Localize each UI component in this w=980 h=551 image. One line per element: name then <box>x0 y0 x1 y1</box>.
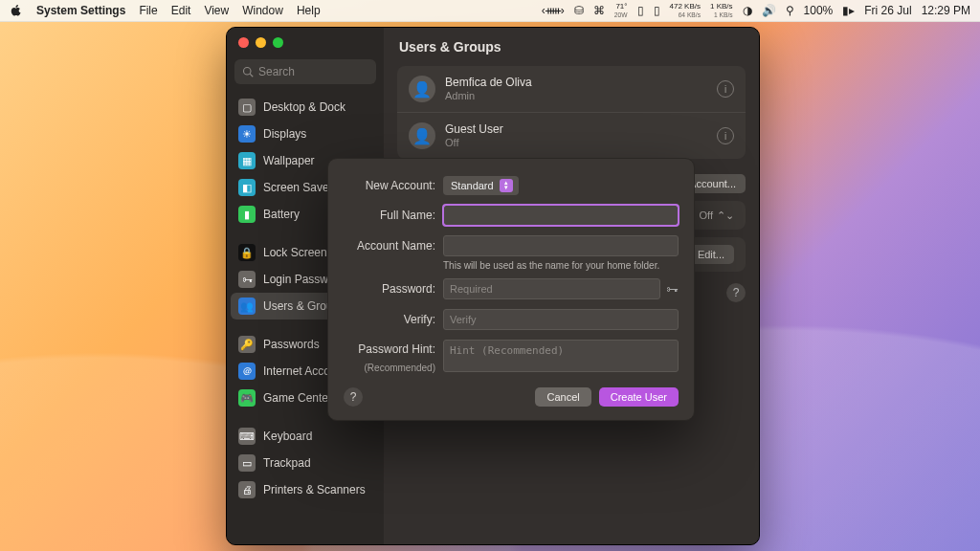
status-icon[interactable]: ▯ <box>637 4 644 17</box>
status-icon[interactable]: ‹ᚔ› <box>542 4 565 17</box>
create-user-sheet: New Account: Standard ▲▼ Full Name: Acco… <box>327 158 695 421</box>
battery-icon[interactable]: ▮▸ <box>842 4 855 17</box>
verify-field[interactable] <box>443 309 679 330</box>
password-label: Password: <box>344 279 443 298</box>
new-account-select[interactable]: Standard ▲▼ <box>443 176 519 195</box>
status-icon[interactable]: ⌘ <box>593 4 605 17</box>
menubar: System Settings File Edit View Window He… <box>0 0 980 22</box>
password-field[interactable] <box>443 278 660 299</box>
sheet-help-button[interactable]: ? <box>344 387 363 407</box>
volume-icon[interactable]: 🔊 <box>762 4 776 17</box>
account-name-field[interactable] <box>443 235 679 256</box>
do-not-disturb-icon[interactable]: ◑ <box>743 4 752 17</box>
menu-view[interactable]: View <box>204 4 229 17</box>
apple-icon[interactable] <box>10 4 23 17</box>
new-account-label: New Account: <box>344 176 443 195</box>
menubar-time[interactable]: 12:29 PM <box>922 4 970 17</box>
status-disk[interactable]: 1 KB/s1 KB/s <box>710 3 733 18</box>
status-temp[interactable]: 71°20W <box>614 3 628 18</box>
key-icon[interactable]: 🗝 <box>666 282 679 297</box>
account-name-label: Account Name: <box>344 236 443 255</box>
hint-field[interactable] <box>443 340 679 372</box>
wifi-icon[interactable]: ⚲ <box>786 4 794 17</box>
create-user-button[interactable]: Create User <box>599 387 679 407</box>
account-name-note: This will be used as the name for your h… <box>443 260 679 271</box>
menubar-date[interactable]: Fri 26 Jul <box>864 4 911 17</box>
updown-icon: ▲▼ <box>500 179 513 192</box>
menu-window[interactable]: Window <box>242 4 283 17</box>
full-name-field[interactable] <box>443 205 679 226</box>
verify-label: Verify: <box>344 310 443 329</box>
status-icon[interactable]: ▯ <box>654 4 660 17</box>
menu-file[interactable]: File <box>139 4 157 17</box>
hint-label: Password Hint:(Recommended) <box>344 340 443 378</box>
battery-text[interactable]: 100% <box>804 4 834 17</box>
full-name-label: Full Name: <box>344 206 443 225</box>
cancel-button[interactable]: Cancel <box>535 387 590 407</box>
menu-help[interactable]: Help <box>297 4 321 17</box>
status-icon[interactable]: ⛁ <box>574 4 584 17</box>
menu-edit[interactable]: Edit <box>171 4 191 17</box>
status-network[interactable]: 472 KB/s64 KB/s <box>670 3 701 18</box>
app-name[interactable]: System Settings <box>36 4 125 17</box>
